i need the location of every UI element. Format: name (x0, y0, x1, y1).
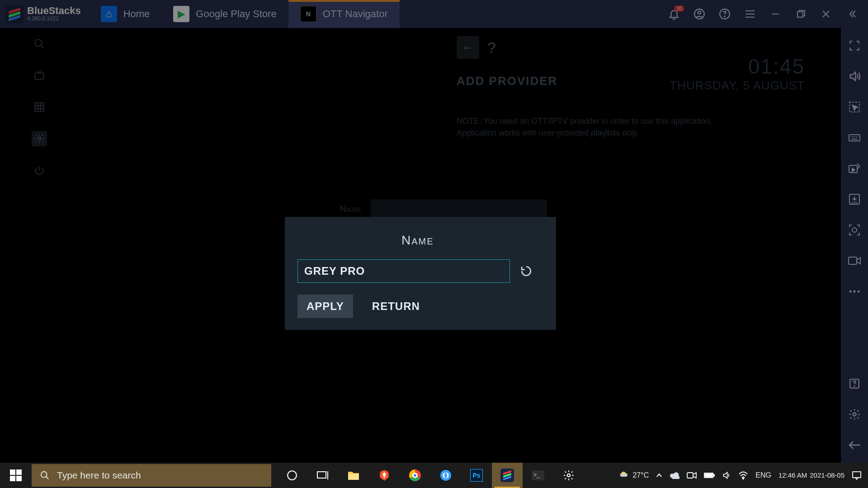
ott-nav-power-icon[interactable] (32, 163, 47, 178)
tray-volume-icon[interactable] (722, 471, 731, 480)
svg-point-39 (41, 472, 47, 478)
photoshop-icon[interactable]: Ps (461, 463, 492, 488)
browser-icon[interactable] (430, 463, 461, 488)
svg-point-1 (698, 11, 701, 14)
keyboard-icon[interactable] (848, 131, 861, 145)
collapse-sidebar-icon[interactable] (844, 7, 858, 21)
tab-home[interactable]: ⌂ Home (89, 0, 162, 28)
account-icon[interactable] (693, 7, 706, 21)
svg-point-49 (567, 474, 571, 477)
return-button[interactable]: RETURN (363, 295, 429, 318)
back-icon[interactable] (848, 438, 861, 452)
name-input[interactable] (297, 259, 510, 283)
fullscreen-icon[interactable] (848, 39, 861, 52)
tray-expand-icon[interactable] (656, 473, 662, 478)
bluestacks-topbar: BlueStacks 4.280.0.1022 ⌂ Home ▶ Google … (0, 0, 868, 28)
start-button[interactable] (0, 463, 32, 488)
svg-point-28 (853, 413, 856, 416)
system-tray: 27°C ENG 12:46 AM 2021-08-05 (620, 470, 868, 480)
chrome-icon[interactable] (400, 463, 430, 488)
taskbar-search[interactable]: Type here to search (32, 464, 271, 487)
help-icon[interactable] (718, 7, 731, 21)
action-center-icon[interactable] (852, 471, 862, 480)
clock-time: 01:45 (670, 54, 805, 79)
svg-point-3 (724, 16, 725, 17)
weather-widget[interactable]: 27°C (620, 470, 649, 480)
note-line-1: NOTE: You need an OTT/IPTV provider in o… (457, 115, 805, 127)
svg-rect-42 (317, 472, 326, 478)
onedrive-icon[interactable] (670, 472, 679, 479)
meet-now-icon[interactable] (687, 471, 697, 479)
language-indicator[interactable]: ENG (755, 471, 771, 479)
note-line-2: Application works with user-provided pla… (457, 127, 805, 139)
svg-point-30 (35, 39, 42, 46)
notifications-icon[interactable]: 20 (667, 7, 681, 21)
under-name-label: Name (285, 204, 362, 214)
svg-text:APK: APK (851, 201, 858, 204)
install-apk-icon[interactable]: APK (848, 192, 861, 206)
side-help-icon[interactable] (848, 377, 861, 390)
ott-icon: N (300, 6, 316, 22)
minimize-icon[interactable] (769, 7, 782, 21)
more-icon[interactable] (848, 285, 861, 298)
bluestacks-logo-box: BlueStacks 4.280.0.1022 (0, 0, 89, 28)
cursor-select-icon[interactable] (848, 100, 861, 114)
bluestacks-sidepanel: APK (841, 28, 868, 463)
windows-taskbar: Type here to search Ps >_ 27°C ENG 12:46… (0, 463, 868, 488)
tab-play-label: Google Play Store (196, 8, 277, 20)
provider-panel: ← ? ADD PROVIDER 01:45 THURSDAY, 5 AUGUS… (457, 36, 805, 139)
settings-icon[interactable] (848, 408, 861, 421)
cortana-icon[interactable] (277, 463, 307, 488)
svg-point-25 (858, 291, 860, 293)
notif-badge: 20 (674, 5, 684, 12)
ott-nav-grid-icon[interactable] (32, 99, 47, 115)
bluestacks-task-icon[interactable] (492, 463, 523, 488)
svg-point-55 (743, 478, 744, 479)
svg-rect-53 (713, 474, 714, 476)
battery-icon[interactable] (704, 472, 715, 479)
ott-nav-settings-icon[interactable] (32, 131, 47, 146)
play-store-icon: ▶ (173, 6, 189, 22)
tab-ott-navigator[interactable]: N OTT Navigator (288, 0, 400, 28)
svg-line-31 (41, 45, 44, 48)
provider-back-button[interactable]: ← (457, 36, 479, 59)
media-forward-icon[interactable] (848, 162, 861, 175)
svg-rect-33 (35, 103, 44, 112)
svg-text:>_: >_ (533, 472, 540, 478)
record-icon[interactable] (848, 254, 861, 267)
screenshot-icon[interactable] (848, 223, 861, 237)
volume-icon[interactable] (848, 70, 861, 83)
svg-point-41 (288, 471, 297, 480)
clock-date: THURSDAY, 5 AUGUST (670, 79, 805, 93)
svg-point-24 (854, 291, 856, 293)
brave-icon[interactable] (369, 463, 400, 488)
terminal-icon[interactable]: >_ (523, 463, 553, 488)
explorer-icon[interactable] (338, 463, 369, 488)
settings-task-icon[interactable] (553, 463, 584, 488)
windows-logo-icon (10, 469, 22, 481)
task-view-icon[interactable] (307, 463, 338, 488)
search-placeholder: Type here to search (57, 470, 141, 481)
wifi-icon[interactable] (738, 471, 748, 479)
reload-icon[interactable] (518, 263, 534, 279)
ott-nav-search-icon[interactable] (32, 36, 47, 52)
clock-time-text: 12:46 AM (778, 471, 807, 479)
svg-rect-32 (35, 73, 44, 80)
ott-nav-tv-icon[interactable] (32, 68, 47, 83)
svg-line-40 (46, 477, 49, 479)
provider-help-icon[interactable]: ? (487, 39, 496, 56)
under-name-field[interactable] (371, 199, 547, 218)
svg-rect-22 (849, 257, 857, 264)
bluestacks-logo-icon (5, 5, 24, 23)
tab-home-label: Home (123, 8, 150, 20)
tab-google-play[interactable]: ▶ Google Play Store (161, 0, 288, 28)
close-icon[interactable] (819, 7, 833, 21)
hamburger-icon[interactable] (743, 7, 757, 21)
taskbar-clock[interactable]: 12:46 AM 2021-08-05 (778, 471, 844, 479)
maximize-icon[interactable] (794, 7, 807, 21)
tab-ott-label: OTT Navigator (323, 8, 388, 20)
apply-button[interactable]: APPLY (297, 295, 353, 318)
svg-point-27 (854, 386, 854, 386)
app-viewport: ← ? ADD PROVIDER 01:45 THURSDAY, 5 AUGUS… (0, 28, 841, 463)
provider-note: NOTE: You need an OTT/IPTV provider in o… (457, 115, 805, 139)
